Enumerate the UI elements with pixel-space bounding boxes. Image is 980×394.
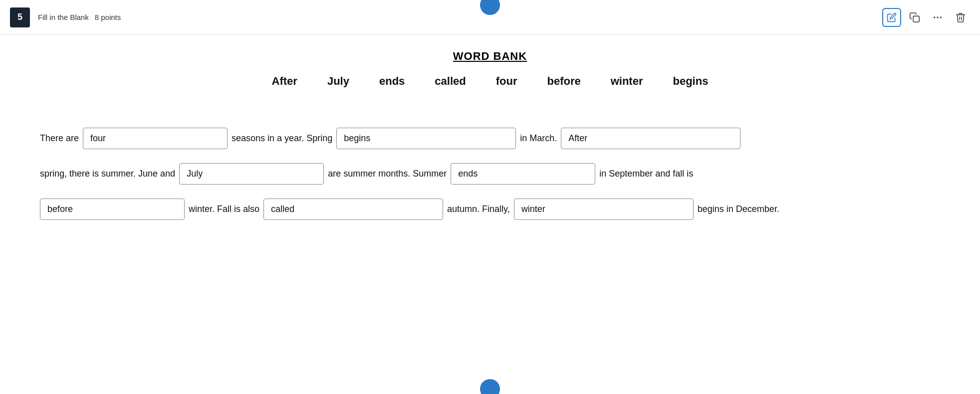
word-bank-title: WORD BANK (30, 50, 950, 63)
blank-after[interactable] (561, 128, 740, 149)
bottom-circle-decoration (480, 379, 500, 394)
text-seasons: seasons in a year. Spring (232, 130, 332, 146)
text-spring-summer: spring, there is summer. June and (40, 166, 175, 182)
question-type-label: Fill in the Blank (38, 13, 89, 21)
sentences-container: There are seasons in a year. Spring in M… (30, 128, 950, 220)
header-actions (882, 8, 970, 27)
question-number: 5 (10, 7, 30, 27)
word-begins: begins (673, 75, 709, 88)
more-button[interactable] (928, 8, 947, 27)
text-summer-months: are summer months. Summer (328, 166, 447, 182)
copy-button[interactable] (905, 8, 924, 27)
edit-button[interactable] (882, 8, 901, 27)
word-before: before (547, 75, 580, 88)
text-there-are: There are (40, 130, 79, 146)
word-ends: ends (379, 75, 405, 88)
word-after: After (272, 75, 297, 88)
svg-point-2 (937, 16, 939, 18)
text-september: in September and fall is (599, 166, 693, 182)
word-called: called (435, 75, 466, 88)
sentence-line-1: There are seasons in a year. Spring in M… (40, 128, 940, 149)
svg-rect-0 (913, 16, 919, 22)
blank-winter[interactable] (514, 198, 694, 220)
text-autumn: autumn. Finally, (447, 201, 510, 217)
text-begins-december: begins in December. (698, 201, 779, 217)
question-points-label: 8 points (95, 13, 121, 21)
blank-before[interactable] (40, 198, 185, 220)
sentence-line-2: spring, there is summer. June and are su… (40, 163, 940, 185)
delete-button[interactable] (951, 8, 970, 27)
main-content: WORD BANK After July ends called four be… (0, 35, 980, 249)
blank-begins[interactable] (336, 128, 516, 149)
question-header: 5 Fill in the Blank 8 points (0, 0, 980, 35)
blank-four[interactable] (83, 128, 228, 149)
word-four: four (496, 75, 517, 88)
word-winter: winter (611, 75, 643, 88)
blank-july[interactable] (179, 163, 324, 185)
sentence-line-3: winter. Fall is also autumn. Finally, be… (40, 198, 940, 220)
word-bank-words: After July ends called four before winte… (30, 75, 950, 88)
blank-ends[interactable] (451, 163, 595, 185)
svg-point-3 (940, 16, 942, 18)
svg-point-1 (934, 16, 936, 18)
text-winter-fall: winter. Fall is also (189, 201, 259, 217)
word-july: July (327, 75, 349, 88)
text-in-march: in March. (520, 130, 557, 146)
blank-called[interactable] (263, 198, 443, 220)
